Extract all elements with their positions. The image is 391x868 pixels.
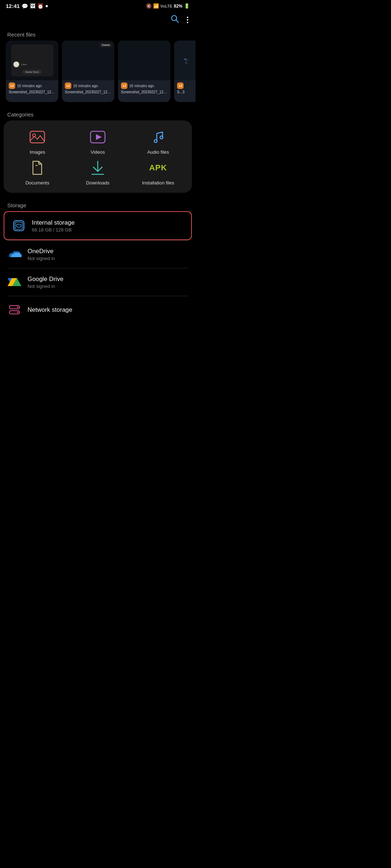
file-time: 16 minutes ago (17, 84, 42, 88)
thumb-content: 1 item Nearby Share (11, 44, 53, 76)
onedrive-icon (7, 247, 22, 261)
gallery-icon: 🖼 (30, 3, 35, 9)
thumb-preview: 1 item Nearby Share (6, 41, 58, 80)
file-time: 16 minutes ago (73, 84, 98, 88)
svg-point-19 (17, 312, 18, 313)
svg-marker-5 (96, 134, 102, 140)
thumb-info: 13 S...3 (174, 80, 196, 96)
recent-files-list: 1 item Nearby Share 13 16 minutes ago Sc… (0, 41, 196, 108)
thumb-info: 13 16 minutes ago Screenshot_20230227_12… (118, 80, 171, 96)
svg-line-1 (176, 20, 179, 23)
storage-internal-sub: 68.18 GB / 128 GB (32, 227, 75, 233)
battery-icon: 🔋 (184, 3, 190, 9)
svg-point-6 (154, 140, 157, 142)
header (0, 10, 196, 28)
svg-rect-12 (17, 224, 21, 227)
apk-label: Installation files (142, 180, 174, 186)
storage-googledrive-text: Google Drive Not signed in (28, 276, 63, 289)
thumb-preview (118, 41, 171, 80)
downloads-label: Downloads (86, 180, 109, 186)
category-videos[interactable]: Videos (68, 128, 128, 155)
more-options-button[interactable] (187, 17, 188, 23)
file-name: Screenshot_20230227_122445... (121, 90, 168, 94)
audio-icon (149, 128, 168, 146)
documents-label: Documents (25, 180, 49, 186)
thumb-preview: Delete (62, 41, 114, 80)
wifi-icon: 📶 (153, 3, 159, 9)
onedrive-name: OneDrive (28, 248, 55, 255)
dot-indicator (46, 5, 48, 7)
apk-icon: APK (149, 158, 168, 177)
documents-icon (28, 158, 47, 177)
storage-internal-name: Internal storage (32, 219, 75, 226)
search-button[interactable] (170, 14, 180, 26)
recent-files-title: Recent files (0, 28, 196, 41)
file-name: Screenshot_20230227_1225... (9, 90, 55, 94)
downloads-icon (88, 158, 107, 177)
storage-googledrive[interactable]: Google Drive Not signed in (0, 268, 196, 296)
signal-icon: VoLTE (160, 4, 172, 8)
mute-icon: 🔇 (146, 3, 152, 9)
recent-file-item[interactable]: Delete 13 16 minutes ago Screenshot_2023… (62, 41, 114, 102)
storage-internal[interactable]: Internal storage 68.18 GB / 128 GB (4, 211, 192, 240)
category-apk[interactable]: APK Installation files (128, 158, 188, 186)
googledrive-sub: Not signed in (28, 284, 63, 289)
battery-text: 82% (174, 4, 182, 9)
app-badge: 13 (177, 82, 184, 89)
delete-badge: Delete (100, 43, 112, 47)
status-right: 🔇 📶 VoLTE 82% 🔋 (146, 3, 190, 9)
internal-storage-icon (12, 218, 26, 233)
images-label: Images (30, 149, 45, 155)
whatsapp-icon: 💬 (22, 3, 28, 9)
audio-label: Audio files (147, 149, 169, 155)
category-audio[interactable]: Audio files (128, 128, 188, 155)
googledrive-name: Google Drive (28, 276, 63, 283)
storage-network[interactable]: Network storage (0, 296, 196, 324)
storage-internal-text: Internal storage 68.18 GB / 128 GB (32, 219, 75, 233)
file-name: S...3 (177, 90, 196, 94)
videos-icon (88, 128, 107, 146)
googledrive-icon (7, 275, 22, 289)
storage-onedrive[interactable]: OneDrive Not signed in (0, 241, 196, 268)
status-time: 12:41 (6, 3, 20, 9)
file-time: 16 minutes ago (129, 84, 154, 88)
svg-rect-11 (15, 222, 22, 229)
app-badge: 13 (65, 82, 71, 89)
category-documents[interactable]: Documents (7, 158, 68, 186)
network-name: Network storage (28, 306, 72, 314)
storage-network-text: Network storage (28, 306, 72, 314)
videos-label: Videos (91, 149, 105, 155)
categories-grid: Images Videos Audio files (7, 128, 188, 186)
network-storage-icon (7, 303, 22, 317)
images-icon (28, 128, 47, 146)
storage-onedrive-text: OneDrive Not signed in (28, 248, 55, 261)
svg-rect-2 (30, 131, 45, 143)
categories-container: Images Videos Audio files (4, 120, 192, 193)
svg-point-7 (160, 136, 163, 139)
storage-title: Storage (0, 199, 196, 211)
onedrive-sub: Not signed in (28, 256, 55, 261)
recent-file-item[interactable]: 13 16 minutes ago Screenshot_20230227_12… (118, 41, 171, 102)
category-images[interactable]: Images (7, 128, 68, 155)
status-left: 12:41 💬 🖼 ⏰ (6, 3, 48, 9)
file-name: Screenshot_20230227_122452... (65, 90, 112, 94)
recent-file-item[interactable]: 1 item Nearby Share 13 16 minutes ago Sc… (6, 41, 58, 102)
svg-point-18 (17, 307, 18, 308)
thumb-info: 13 16 minutes ago Screenshot_20230227_12… (62, 80, 114, 96)
thumb-info: 13 16 minutes ago Screenshot_20230227_12… (6, 80, 58, 96)
app-badge: 13 (121, 82, 127, 89)
recent-file-item[interactable]: N... q... 13 S...3 (174, 41, 196, 102)
categories-title: Categories (0, 108, 196, 120)
status-bar: 12:41 💬 🖼 ⏰ 🔇 📶 VoLTE 82% 🔋 (0, 0, 196, 10)
category-downloads[interactable]: Downloads (68, 158, 128, 186)
clock-icon: ⏰ (37, 3, 43, 9)
app-badge: 13 (9, 82, 15, 89)
thumb-preview: N... q... (174, 41, 196, 80)
storage-section: Storage Internal storage 68.18 GB / 128 … (0, 199, 196, 329)
